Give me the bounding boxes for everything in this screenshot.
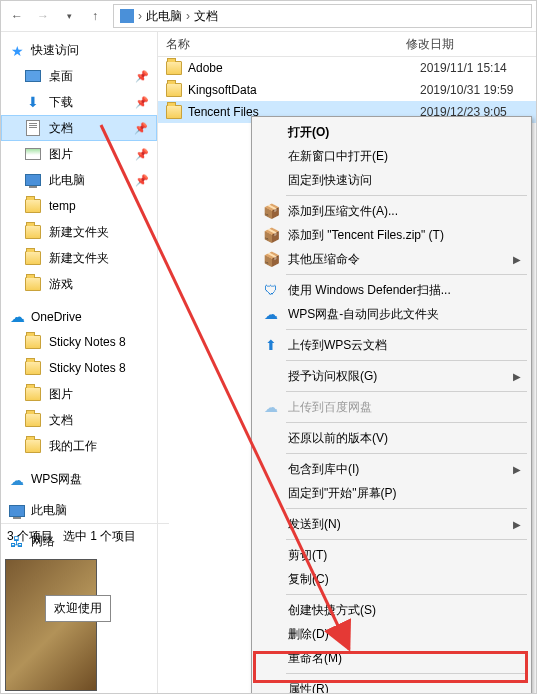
chevron-right-icon: ▶	[513, 519, 521, 530]
menu-send-to[interactable]: 发送到(N)▶	[254, 512, 529, 536]
pin-icon: 📌	[135, 70, 149, 83]
menu-rename[interactable]: 重命名(M)	[254, 646, 529, 670]
pin-icon: 📌	[134, 122, 148, 135]
download-icon: ⬇	[25, 94, 41, 110]
folder-icon	[25, 335, 41, 349]
chevron-right-icon: ›	[138, 9, 142, 23]
wallpaper-thumb	[5, 559, 97, 691]
menu-pin-start[interactable]: 固定到"开始"屏幕(P)	[254, 481, 529, 505]
menu-add-archive-named[interactable]: 📦添加到 "Tencent Files.zip" (T)	[254, 223, 529, 247]
folder-icon	[166, 61, 182, 75]
wps-cloud-icon: ☁	[9, 472, 25, 488]
status-count: 3 个项目	[7, 528, 53, 545]
onedrive-header[interactable]: ☁OneDrive	[1, 305, 157, 329]
desktop-icon	[25, 70, 41, 82]
up-button[interactable]: ↑	[83, 4, 107, 28]
status-bar: 3 个项目 选中 1 个项目	[1, 523, 169, 549]
back-button[interactable]: ←	[5, 4, 29, 28]
menu-wps-upload[interactable]: ⬆上传到WPS云文档	[254, 333, 529, 357]
chevron-right-icon: ▶	[513, 464, 521, 475]
menu-include-lib[interactable]: 包含到库中(I)▶	[254, 457, 529, 481]
pc-icon	[9, 505, 25, 517]
folder-icon	[25, 251, 41, 265]
sidebar-item-documents[interactable]: 文档📌	[1, 115, 157, 141]
menu-restore[interactable]: 还原以前的版本(V)	[254, 426, 529, 450]
breadcrumb-root[interactable]: 此电脑	[146, 8, 182, 25]
folder-icon	[25, 225, 41, 239]
star-icon: ★	[9, 43, 25, 59]
menu-delete[interactable]: 删除(D)	[254, 622, 529, 646]
menu-shortcut[interactable]: 创建快捷方式(S)	[254, 598, 529, 622]
breadcrumb[interactable]: › 此电脑 › 文档	[113, 4, 532, 28]
menu-copy[interactable]: 复制(C)	[254, 567, 529, 591]
file-row[interactable]: KingsoftData2019/10/31 19:59	[158, 79, 536, 101]
menu-wps-sync[interactable]: ☁WPS网盘-自动同步此文件夹	[254, 302, 529, 326]
folder-icon	[25, 199, 41, 213]
forward-button[interactable]: →	[31, 4, 55, 28]
menu-properties[interactable]: 属性(R)	[254, 677, 529, 694]
folder-icon	[25, 439, 41, 453]
desktop-preview: 欢迎使用	[1, 551, 157, 693]
col-name[interactable]: 名称	[166, 36, 406, 53]
menu-other-zip[interactable]: 📦其他压缩命令▶	[254, 247, 529, 271]
folder-icon	[25, 361, 41, 375]
folder-icon	[25, 387, 41, 401]
menu-cut[interactable]: 剪切(T)	[254, 543, 529, 567]
chevron-right-icon: ▶	[513, 371, 521, 382]
pc-icon	[120, 9, 134, 23]
folder-icon	[166, 105, 182, 119]
quick-access-header[interactable]: ★ 快速访问	[1, 38, 157, 63]
documents-icon	[26, 120, 40, 136]
breadcrumb-folder[interactable]: 文档	[194, 8, 218, 25]
sidebar-item-desktop[interactable]: 桌面📌	[1, 63, 157, 89]
wps-upload-icon: ⬆	[262, 336, 280, 354]
baidu-icon: ☁	[262, 398, 280, 416]
menu-add-archive[interactable]: 📦添加到压缩文件(A)...	[254, 199, 529, 223]
sidebar-item-pictures[interactable]: 图片📌	[1, 141, 157, 167]
context-menu: 打开(O) 在新窗口中打开(E) 固定到快速访问 📦添加到压缩文件(A)... …	[251, 116, 532, 694]
pictures-icon	[25, 148, 41, 160]
folder-icon	[166, 83, 182, 97]
sidebar-item-sticky[interactable]: Sticky Notes 8	[1, 355, 157, 381]
sidebar-item-newfolder[interactable]: 新建文件夹	[1, 245, 157, 271]
menu-baidu[interactable]: ☁上传到百度网盘	[254, 395, 529, 419]
welcome-bubble: 欢迎使用	[45, 595, 111, 622]
sidebar-item-od-docs[interactable]: 文档	[1, 407, 157, 433]
archive-icon: 📦	[262, 226, 280, 244]
column-headers: 名称 修改日期	[158, 32, 536, 57]
sidebar-item-sticky[interactable]: Sticky Notes 8	[1, 329, 157, 355]
chevron-right-icon: ›	[186, 9, 190, 23]
wps-header[interactable]: ☁WPS网盘	[1, 467, 157, 492]
sidebar-item-newfolder[interactable]: 新建文件夹	[1, 219, 157, 245]
onedrive-icon: ☁	[9, 309, 25, 325]
menu-pin-quick[interactable]: 固定到快速访问	[254, 168, 529, 192]
status-selected: 选中 1 个项目	[63, 528, 136, 545]
menu-open[interactable]: 打开(O)	[254, 120, 529, 144]
sidebar-item-od-work[interactable]: 我的工作	[1, 433, 157, 459]
pin-icon: 📌	[135, 174, 149, 187]
archive-icon: 📦	[262, 250, 280, 268]
recent-dropdown[interactable]: ▾	[57, 4, 81, 28]
sidebar-item-downloads[interactable]: ⬇下载📌	[1, 89, 157, 115]
col-date[interactable]: 修改日期	[406, 36, 536, 53]
sidebar-item-thispc[interactable]: 此电脑📌	[1, 167, 157, 193]
shield-icon: 🛡	[262, 281, 280, 299]
sidebar-item-temp[interactable]: temp	[1, 193, 157, 219]
menu-defender[interactable]: 🛡使用 Windows Defender扫描...	[254, 278, 529, 302]
folder-icon	[25, 413, 41, 427]
sidebar-item-games[interactable]: 游戏	[1, 271, 157, 297]
wps-icon: ☁	[262, 305, 280, 323]
menu-open-new-window[interactable]: 在新窗口中打开(E)	[254, 144, 529, 168]
menu-grant-access[interactable]: 授予访问权限(G)▶	[254, 364, 529, 388]
file-row[interactable]: Adobe2019/11/1 15:14	[158, 57, 536, 79]
sidebar-item-od-pictures[interactable]: 图片	[1, 381, 157, 407]
pin-icon: 📌	[135, 148, 149, 161]
folder-icon	[25, 277, 41, 291]
chevron-right-icon: ▶	[513, 254, 521, 265]
pin-icon: 📌	[135, 96, 149, 109]
archive-icon: 📦	[262, 202, 280, 220]
pc-icon	[25, 174, 41, 186]
thispc-header[interactable]: 此电脑	[1, 498, 157, 523]
address-toolbar: ← → ▾ ↑ › 此电脑 › 文档	[1, 1, 536, 32]
